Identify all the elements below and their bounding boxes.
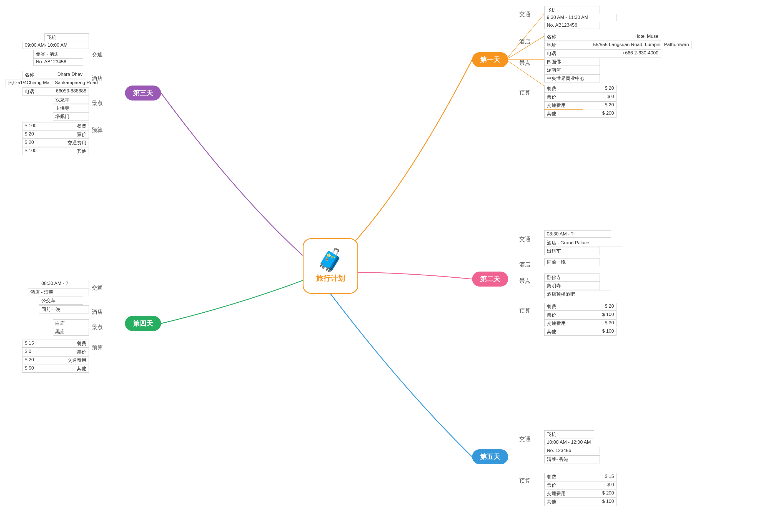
day4-trans1: 08:30 AM - ? — [39, 280, 89, 287]
day3-budget-label: 预算 — [92, 126, 103, 134]
day3-attr1: 双龙寺 — [53, 96, 89, 104]
day5-budget1: 餐费$ 15 — [544, 473, 616, 481]
day3-attr-label: 景点 — [92, 99, 103, 107]
day3-hotel3: 电话66053-888888 — [22, 87, 89, 96]
day2-budget4: 其他$ 100 — [544, 328, 616, 336]
day5-budget-label: 预算 — [519, 477, 530, 485]
day1-hotel-name: 名称Hotel Muse — [544, 33, 661, 41]
day2-hotel-label: 酒店 — [519, 261, 530, 268]
day4-hotel-label: 酒店 — [92, 308, 103, 316]
day2-transport-label: 交通 — [519, 235, 530, 243]
day3-budget3: $ 20交通费用 — [22, 139, 89, 147]
day4-hotel1: 同前一晚 — [39, 305, 89, 313]
day4-trans2: 酒店 - 清莱 — [28, 288, 89, 296]
day2-budget3: 交通费用$ 30 — [544, 319, 616, 327]
day2-budget2: 票价$ 100 — [544, 311, 616, 319]
day4-transport-label: 交通 — [92, 284, 103, 292]
center-label: 旅行计划 — [316, 273, 345, 283]
day1-budget-label: 预算 — [519, 89, 530, 96]
day2-budget1: 餐费$ 20 — [544, 303, 616, 311]
day1-transport-item1: 飞机 — [544, 6, 600, 14]
day2-attr1: 卧佛寺 — [544, 273, 600, 282]
day2-node: 第二天 — [472, 272, 508, 287]
day1-hotel-phone: 电话+666 2-630-4000 — [544, 49, 661, 57]
day5-trans3: No. 123456 — [544, 447, 600, 454]
day1-hotel-addr: 地址55/555 Langsuan Road, Lumpini, Pathumw… — [544, 41, 691, 49]
day4-budget3: $ 20交通费用 — [22, 356, 89, 364]
day5-transport-label: 交通 — [519, 435, 530, 443]
day2-hotel1: 同前一晚 — [544, 258, 600, 266]
day5-budget2: 票价$ 0 — [544, 481, 616, 489]
day3-budget1: $ 100餐费 — [22, 122, 89, 130]
day3-trans2: 09:00 AM- 10:00 AM — [22, 42, 89, 49]
day5-trans2: 10:00 AM - 12:00 AM — [544, 439, 622, 446]
day3-trans4: No. AB123456 — [33, 58, 83, 66]
day4-attr1: 白庙 — [53, 319, 89, 327]
day1-transport-item2: 9:30 AM - 11:30 AM — [544, 14, 616, 21]
day2-attr-label: 景点 — [519, 277, 530, 285]
day5-budget4: 其他$ 100 — [544, 498, 616, 506]
day2-trans1: 08:30 AM - ? — [544, 230, 611, 238]
day1-attr1: 四面佛 — [544, 58, 600, 66]
day2-trans3: 出租车 — [544, 247, 600, 255]
day3-attr2: 玉佛寺 — [53, 104, 89, 112]
day3-trans3: 曼谷 - 清迈 — [33, 50, 83, 58]
day3-node: 第三天 — [125, 86, 161, 101]
day3-trans1: 飞机 — [44, 33, 89, 41]
day2-attr3: 酒店顶楼酒吧 — [544, 290, 611, 298]
day3-budget2: $ 20票价 — [22, 131, 89, 139]
day3-hotel2: 地址51/4Chiang Mai - Sankampaeng Road — [6, 79, 86, 87]
day5-node: 第五天 — [472, 449, 508, 464]
day4-budget1: $ 15餐费 — [22, 340, 89, 348]
day2-budget-label: 预算 — [519, 307, 530, 314]
day3-attr3: 塔佩门 — [53, 112, 89, 121]
day4-attr2: 黑庙 — [53, 328, 89, 336]
day1-attr2: 湄南河 — [544, 66, 600, 74]
day1-transport-label: 交通 — [519, 11, 530, 18]
day1-attr3: 中央世界商业中心 — [544, 74, 600, 82]
center-icon: 🧳 — [317, 249, 344, 271]
day1-node: 第一天 — [472, 52, 508, 67]
center-node: 🧳 旅行计划 — [303, 238, 358, 294]
day4-attr-label: 景点 — [92, 323, 103, 331]
day5-budget3: 交通费用$ 200 — [544, 490, 616, 498]
day1-budget4: 其他$ 200 — [544, 110, 616, 118]
day3-hotel1: 名称Dhara Dhevi — [22, 71, 86, 79]
day1-budget3: 交通费用$ 20 — [544, 101, 616, 109]
day4-budget4: $ 50其他 — [22, 365, 89, 373]
day4-budget2: $ 0票价 — [22, 348, 89, 356]
day4-trans3: 公交车 — [39, 297, 83, 305]
day1-budget2: 票价$ 0 — [544, 93, 616, 101]
day2-trans2: 酒店 - Grand Palace — [544, 239, 622, 247]
day4-budget-label: 预算 — [92, 344, 103, 351]
day1-transport-item3: No. AB123456 — [544, 22, 600, 29]
day5-trans4: 清莱- 香港 — [544, 455, 600, 463]
day1-attraction-label: 景点 — [519, 59, 530, 67]
day1-hotel-label: 酒店 — [519, 38, 530, 45]
day3-budget4: $ 100其他 — [22, 147, 89, 155]
day2-attr2: 黎明寺 — [544, 282, 600, 290]
day5-trans1: 飞机 — [544, 430, 594, 438]
svg-line-0 — [508, 14, 544, 57]
day3-transport-label: 交通 — [92, 51, 103, 58]
day4-node: 第四天 — [125, 316, 161, 331]
day1-budget1: 餐费$ 20 — [544, 85, 616, 93]
